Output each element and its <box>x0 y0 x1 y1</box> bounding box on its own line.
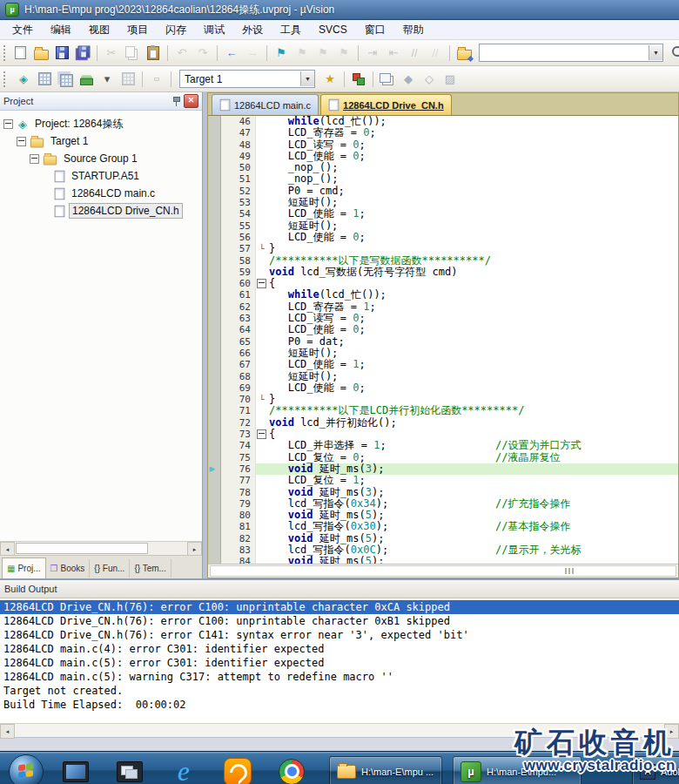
fold-column[interactable] <box>255 197 267 208</box>
fold-column[interactable] <box>255 498 267 510</box>
fold-column[interactable] <box>255 348 267 359</box>
batch-build-icon[interactable] <box>77 70 96 88</box>
windows-layout-icon[interactable] <box>378 70 397 88</box>
symbols-window-icon[interactable]: ◆ <box>399 70 418 88</box>
translate-file-icon[interactable]: ◈ <box>14 70 33 88</box>
uvision-window-button[interactable]: H:\man-E\mpu... <box>453 756 582 784</box>
gutter-margin[interactable] <box>208 510 221 521</box>
fold-collapse-icon[interactable] <box>257 429 266 439</box>
menu-item-11[interactable]: 帮助 <box>394 21 433 39</box>
save-icon[interactable] <box>52 44 71 62</box>
tree-item[interactable]: Project: 12864操练 <box>0 115 202 132</box>
internet-explorer-taskbar-icon[interactable]: e <box>169 756 198 784</box>
code-text[interactable]: LCD_读写 = 0; <box>267 313 678 324</box>
fold-column[interactable] <box>255 521 267 532</box>
target-dropdown-icon[interactable]: ▼ <box>300 71 314 86</box>
gutter-margin[interactable] <box>208 475 221 486</box>
code-text[interactable]: _nop_(); <box>267 173 678 185</box>
previous-bookmark-icon[interactable]: ⚑ <box>292 44 312 62</box>
next-bookmark-icon[interactable]: ⚑ <box>313 44 333 62</box>
gutter-margin[interactable] <box>208 487 221 498</box>
fold-column[interactable] <box>255 405 267 416</box>
code-text[interactable]: } <box>267 243 678 254</box>
gutter-margin[interactable] <box>208 533 221 544</box>
paste-icon[interactable] <box>144 44 163 62</box>
code-text[interactable]: 短延时(); <box>267 348 678 359</box>
navigate-forward-icon[interactable]: → <box>243 44 262 62</box>
indent-left-icon[interactable]: ⇤ <box>384 44 403 62</box>
gutter-margin[interactable] <box>208 313 221 324</box>
fold-column[interactable] <box>255 510 267 521</box>
gutter-margin[interactable] <box>208 116 221 127</box>
gutter-margin[interactable] <box>208 232 221 243</box>
build-output-line[interactable]: 12864LCD Drive_CN.h(76): error C100: unp… <box>0 600 679 614</box>
scroll-right-icon[interactable]: ▸ <box>664 724 679 739</box>
fold-column[interactable] <box>255 544 267 556</box>
indent-right-icon[interactable]: ⇥ <box>363 44 382 62</box>
gutter-margin[interactable]: ▶ <box>208 463 221 475</box>
scroll-grip[interactable] <box>565 568 575 574</box>
close-icon[interactable]: ✕ <box>184 94 198 108</box>
new-file-icon[interactable] <box>10 44 30 62</box>
code-text[interactable]: lcd_写指令(0x30);//基本指令操作 <box>267 521 678 532</box>
fold-column[interactable] <box>255 278 267 289</box>
gutter-margin[interactable] <box>208 139 221 151</box>
save-all-icon[interactable] <box>73 44 92 62</box>
gutter-margin[interactable] <box>208 371 221 382</box>
code-text[interactable]: while(lcd_忙()); <box>267 116 678 127</box>
code-text[interactable]: void 延时_ms(5); <box>267 556 678 564</box>
fold-column[interactable] <box>255 463 267 475</box>
gutter-margin[interactable] <box>208 197 221 208</box>
fold-column[interactable] <box>255 173 267 185</box>
code-text[interactable]: P0 = cmd; <box>267 186 678 197</box>
menu-item-9[interactable]: SVCS <box>310 22 356 37</box>
open-file-icon[interactable] <box>31 44 50 62</box>
code-text[interactable]: LCD_并串选择 = 1;//设置为并口方式 <box>267 440 678 451</box>
editor-tab[interactable]: 12864LCD Drive_CN.h <box>320 94 452 115</box>
code-text[interactable]: LCD_复位 = 0;//液晶屏复位 <box>267 452 678 463</box>
menu-item-6[interactable]: 调试 <box>195 21 233 39</box>
fold-column[interactable] <box>255 127 267 139</box>
code-text[interactable]: lcd_写指令(0x0C);//显示开，关光标 <box>267 544 678 556</box>
tree-expander-icon[interactable] <box>30 154 39 164</box>
gutter-margin[interactable] <box>208 521 221 532</box>
gutter-margin[interactable] <box>208 267 221 278</box>
scroll-track[interactable] <box>15 724 664 737</box>
windows-explorer-taskbar-icon[interactable] <box>115 756 145 784</box>
gutter-margin[interactable] <box>208 348 221 359</box>
fold-column[interactable] <box>255 324 267 335</box>
code-text[interactable]: LCD_使能 = 0; <box>267 151 678 162</box>
fold-column[interactable] <box>255 289 267 301</box>
gutter-margin[interactable] <box>208 278 221 289</box>
build-output-line[interactable]: Target not created. <box>0 684 679 698</box>
cut-icon[interactable]: ✂ <box>102 44 121 62</box>
fold-column[interactable] <box>255 452 267 463</box>
code-text[interactable]: 短延时(); <box>267 371 678 382</box>
fold-column[interactable] <box>255 371 267 382</box>
manage-components-icon[interactable] <box>349 70 368 88</box>
fold-column[interactable] <box>255 162 267 173</box>
remote-desktop-taskbar-icon[interactable] <box>61 756 91 784</box>
tree-item[interactable]: Source Group 1 <box>0 150 202 167</box>
fold-column[interactable] <box>255 116 267 127</box>
rebuild-all-icon[interactable] <box>56 70 75 88</box>
download-flash-icon[interactable] <box>147 70 166 88</box>
tree-item[interactable]: Target 1 <box>0 132 202 150</box>
code-text[interactable]: { <box>267 278 678 289</box>
build-output-line[interactable]: Build Time Elapsed: 00:00:02 <box>0 698 679 712</box>
options-for-target-icon[interactable]: ★ <box>320 70 340 88</box>
gutter-margin[interactable] <box>208 429 221 440</box>
fold-column[interactable] <box>255 151 267 162</box>
fold-column[interactable] <box>255 336 267 348</box>
panel-tab-books[interactable]: ❒Books <box>46 559 91 578</box>
gutter-margin[interactable] <box>208 127 221 139</box>
templates-window-icon[interactable]: ◇ <box>420 70 439 88</box>
code-text[interactable]: /**********以下是写数据函数**********/ <box>267 255 678 267</box>
code-text[interactable]: LCD_复位 = 1; <box>267 475 678 486</box>
toolbar-grip[interactable] <box>3 45 5 61</box>
fold-column[interactable] <box>255 313 267 324</box>
code-text[interactable]: LCD_读写 = 0; <box>267 139 678 151</box>
gutter-margin[interactable] <box>208 359 221 370</box>
build-output-line[interactable]: 12864LCD Drive_CN.h(76): error C100: unp… <box>0 614 679 628</box>
gutter-margin[interactable] <box>208 255 221 267</box>
